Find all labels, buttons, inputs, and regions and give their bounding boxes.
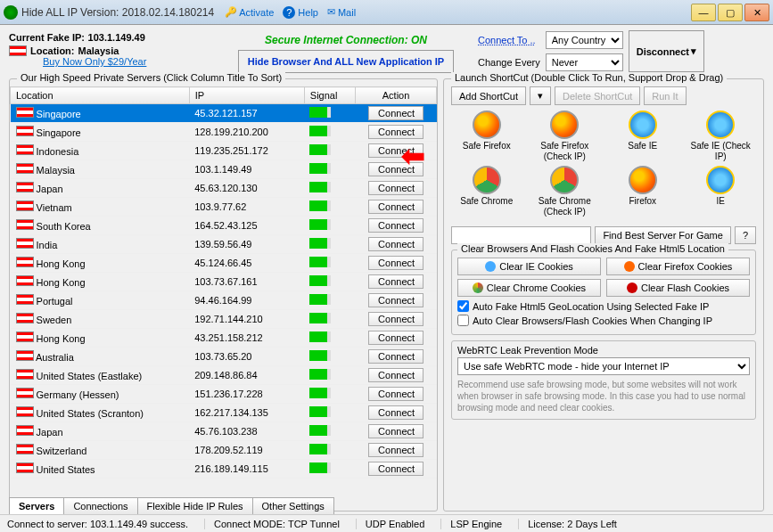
connect-button[interactable]: Connect xyxy=(368,256,424,270)
table-row[interactable]: Hong Kong 45.124.66.45 Connect xyxy=(11,254,437,273)
cookies-group-title: Clear Browsers And Flash Cookies And Fak… xyxy=(457,243,728,254)
shortcut-firefox[interactable]: Firefox xyxy=(611,166,675,217)
add-shortcut-button[interactable]: Add ShortCut xyxy=(451,86,526,105)
connect-button[interactable]: Connect xyxy=(368,312,424,326)
shortcut-label: Safe IE xyxy=(611,141,675,151)
signal-icon xyxy=(309,331,331,342)
shortcut-safe-chrome[interactable]: Safe Chrome xyxy=(455,166,519,217)
table-row[interactable]: Japan 45.76.103.238 Connect xyxy=(11,422,437,441)
connect-button[interactable]: Connect xyxy=(368,368,424,382)
connect-button[interactable]: Connect xyxy=(368,274,424,289)
shortcut-safe-ie[interactable]: Safe IE xyxy=(611,110,675,162)
connect-button[interactable]: Connect xyxy=(368,181,424,195)
ie-icon xyxy=(629,110,657,139)
activate-link[interactable]: 🔑 Activate xyxy=(225,6,274,18)
connect-to-label[interactable]: Connect To .. xyxy=(478,35,540,45)
shortcut-label: Safe Chrome xyxy=(455,196,519,207)
fake-ip-heading: Current Fake IP: 103.1.149.49 xyxy=(9,30,214,44)
connect-button[interactable]: Connect xyxy=(368,293,424,307)
connect-button[interactable]: Connect xyxy=(368,106,424,120)
find-game-input[interactable] xyxy=(451,226,591,244)
col-signal[interactable]: Signal xyxy=(304,87,355,104)
col-ip[interactable]: IP xyxy=(189,87,304,104)
table-row[interactable]: India 139.59.56.49 Connect xyxy=(11,235,437,254)
location-label: Location: xyxy=(30,45,75,56)
connect-button[interactable]: Connect xyxy=(368,443,424,457)
status-license: License: 2 Days Left xyxy=(518,519,617,529)
connect-button[interactable]: Connect xyxy=(368,424,424,438)
mail-link[interactable]: ✉ Mail xyxy=(327,6,356,18)
connect-button[interactable]: Connect xyxy=(368,405,424,420)
connect-to-select[interactable]: Any Country xyxy=(546,31,623,49)
col-location[interactable]: Location xyxy=(11,87,190,104)
shortcut-label: Safe Firefox xyxy=(455,141,519,151)
help-label: Help xyxy=(298,7,318,18)
table-row[interactable]: United States 216.189.149.115 Connect xyxy=(11,460,437,479)
row-flag-icon xyxy=(16,257,34,267)
shortcut-safe-chrome-check-ip-[interactable]: Safe Chrome (Check IP) xyxy=(532,166,596,217)
table-row[interactable]: Japan 45.63.120.130 Connect xyxy=(11,179,437,198)
connect-button[interactable]: Connect xyxy=(368,218,424,233)
auto-clear-checkbox[interactable]: Auto Clear Browsers/Flash Cookies When C… xyxy=(457,315,750,326)
chevron-down-icon: ▾ xyxy=(691,45,696,57)
signal-icon xyxy=(309,350,331,361)
signal-icon xyxy=(309,126,331,136)
help-link[interactable]: ? Help xyxy=(283,6,318,19)
status-lsp: LSP Engine xyxy=(440,519,502,529)
connect-button[interactable]: Connect xyxy=(368,349,424,364)
table-row[interactable]: Indonesia 119.235.251.172 Connect xyxy=(11,142,437,160)
tab-flexible-hide-ip-rules[interactable]: Flexible Hide IP Rules xyxy=(137,497,253,514)
table-row[interactable]: Malaysia 103.1.149.49 Connect xyxy=(11,160,437,179)
tab-other-settings[interactable]: Other Settings xyxy=(252,497,334,514)
shortcut-safe-firefox[interactable]: Safe Firefox xyxy=(455,110,519,162)
row-flag-icon xyxy=(16,201,34,211)
table-row[interactable]: Sweden 192.71.144.210 Connect xyxy=(11,310,437,329)
tab-servers[interactable]: Servers xyxy=(9,497,64,514)
hide-browser-button[interactable]: Hide Browser And ALL New Application IP xyxy=(238,50,454,73)
delete-shortcut-button[interactable]: Delete ShortCut xyxy=(555,86,640,105)
table-row[interactable]: Hong Kong 43.251.158.212 Connect xyxy=(11,329,437,348)
clear-ie-button[interactable]: Clear IE Cookies xyxy=(457,258,601,275)
connect-button[interactable]: Connect xyxy=(368,462,424,476)
help-q-button[interactable]: ? xyxy=(735,226,756,244)
connect-button[interactable]: Connect xyxy=(368,387,424,401)
table-row[interactable]: Australia 103.73.65.20 Connect xyxy=(11,348,437,366)
clear-firefox-button[interactable]: Clear Firefox Cookies xyxy=(606,258,750,275)
run-it-button[interactable]: Run It xyxy=(644,86,686,105)
minimize-button[interactable]: — xyxy=(691,4,716,21)
add-shortcut-dropdown[interactable]: ▾ xyxy=(530,86,551,105)
table-row[interactable]: United States (Eastlake) 209.148.86.84 C… xyxy=(11,366,437,385)
connect-button[interactable]: Connect xyxy=(368,200,424,214)
auto-fake-checkbox[interactable]: Auto Fake Html5 GeoLocation Using Select… xyxy=(457,300,750,312)
connect-button[interactable]: Connect xyxy=(368,125,424,139)
table-row[interactable]: South Korea 164.52.43.125 Connect xyxy=(11,217,437,235)
clear-chrome-button[interactable]: Clear Chrome Cookies xyxy=(457,279,601,297)
table-row[interactable]: United States (Scranton) 162.217.134.135… xyxy=(11,404,437,422)
connect-button[interactable]: Connect xyxy=(368,331,424,345)
table-row[interactable]: Singapore 128.199.210.200 Connect xyxy=(11,123,437,142)
webrtc-label: WebRTC Leak Prevention Mode xyxy=(457,345,750,356)
close-button[interactable]: ✕ xyxy=(744,4,769,21)
shortcut-safe-ie-check-ip-[interactable]: Safe IE (Check IP) xyxy=(688,110,752,162)
connect-button[interactable]: Connect xyxy=(368,162,424,176)
shortcut-safe-firefox-check-ip-[interactable]: Safe Firefox (Check IP) xyxy=(532,110,596,162)
buy-link[interactable]: Buy Now Only $29/Year xyxy=(43,56,214,67)
maximize-button[interactable]: ▢ xyxy=(718,4,743,21)
webrtc-mode-select[interactable]: Use safe WebRTC mode - hide your Interne… xyxy=(457,357,750,375)
tab-connections[interactable]: Connections xyxy=(63,497,137,514)
col-action[interactable]: Action xyxy=(356,87,437,104)
change-every-select[interactable]: Never xyxy=(546,53,623,71)
table-row[interactable]: Vietnam 103.9.77.62 Connect xyxy=(11,198,437,217)
connect-button[interactable]: Connect xyxy=(368,237,424,251)
table-row[interactable]: Portugal 94.46.164.99 Connect xyxy=(11,291,437,310)
connect-button[interactable]: Connect xyxy=(368,143,424,158)
find-best-server-button[interactable]: Find Best Server For Game xyxy=(595,226,731,244)
table-row[interactable]: Germany (Hessen) 151.236.17.228 Connect xyxy=(11,385,437,404)
change-every-label: Change Every xyxy=(478,57,540,68)
table-row[interactable]: Hong Kong 103.73.67.161 Connect xyxy=(11,273,437,291)
shortcut-ie[interactable]: IE xyxy=(688,166,752,217)
disconnect-button[interactable]: Disconnect ▾ xyxy=(629,30,704,72)
table-row[interactable]: Singapore 45.32.121.157 Connect xyxy=(11,104,437,123)
clear-flash-button[interactable]: Clear Flash Cookies xyxy=(606,279,750,297)
table-row[interactable]: Switzerland 178.209.52.119 Connect xyxy=(11,441,437,460)
